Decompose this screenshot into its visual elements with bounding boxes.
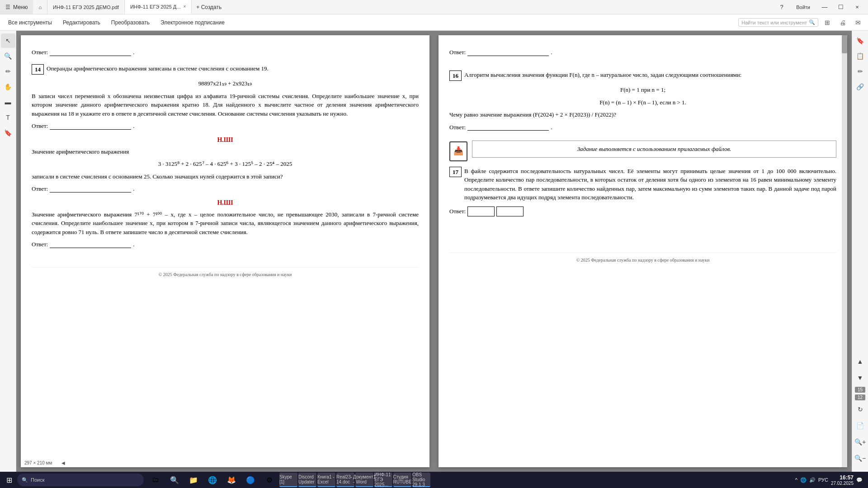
login-button[interactable]: Войти xyxy=(792,3,815,12)
taskbar-app-obs[interactable]: OBS Studio 29.1.3 xyxy=(412,473,430,487)
task14-answer-line: Ответ: . xyxy=(32,122,419,131)
task14-body: Операнды арифметического выражения запис… xyxy=(47,64,419,73)
taskbar-caret-icon[interactable]: ^ xyxy=(795,477,797,483)
taskbar-app-ie[interactable]: 🔵 xyxy=(241,473,259,487)
prev-answer-line: Ответ: . xyxy=(32,48,419,57)
close-button[interactable]: × xyxy=(851,1,863,14)
taskbar-app-explorer[interactable]: 🗂 xyxy=(146,473,165,487)
task17-row: 17 В файле содержится последовательность… xyxy=(449,167,836,202)
pdf-right-page[interactable]: Ответ: . 16 Алгоритм вычисления значения… xyxy=(439,35,847,467)
tab2-close-button[interactable]: × xyxy=(183,4,186,9)
zoom-out-icon[interactable]: 🔍− xyxy=(853,451,868,465)
menu-label: Меню xyxy=(13,4,28,10)
hand-tool[interactable]: ✋ xyxy=(1,80,15,94)
zoom-in-icon[interactable]: 🔍+ xyxy=(853,435,868,449)
taskbar-notification-icon[interactable]: 💬 xyxy=(856,477,863,483)
right-scrollbar-track[interactable] xyxy=(842,35,847,467)
taskbar-app-files[interactable]: 📁 xyxy=(184,473,203,487)
scroll-left-indicator[interactable]: ◀ xyxy=(61,460,65,465)
task14-expr: 98897x21₁₉ + 2x923₁₉ xyxy=(32,79,419,88)
edit-button[interactable]: Редактировать xyxy=(58,18,105,28)
zoom-tool[interactable]: 🔍 xyxy=(1,49,15,63)
taskbar-app-excel[interactable]: Книга1 - Excel xyxy=(317,473,335,487)
search-icon: 🔍 xyxy=(809,19,815,25)
ni1-answer-input[interactable] xyxy=(50,185,131,192)
ni1-answer-line: Ответ: . xyxy=(32,184,419,193)
bookmark-icon[interactable]: 🔖 xyxy=(853,33,868,48)
task17-answer-input2[interactable] xyxy=(496,206,524,216)
taskbar-app-skype[interactable]: Skype [1] xyxy=(279,473,297,487)
page-badge-15: 15 xyxy=(855,387,865,393)
menu-button[interactable]: ☰ Меню xyxy=(0,0,33,14)
file-task-container: 📥 Задание выполняется с использованием п… xyxy=(449,141,836,162)
home-icon: ⌂ xyxy=(38,5,42,10)
ni1-expr: 3 · 3125⁸ + 2 · 625⁷ – 4 · 625⁶ + 3 · 12… xyxy=(32,160,419,169)
ni2-answer-label: Ответ: xyxy=(32,240,48,249)
ni2-answer-input[interactable] xyxy=(50,241,131,248)
highlight-tool[interactable]: ▬ xyxy=(1,95,15,109)
taskbar-app-word1[interactable]: Real23-14.doc xyxy=(336,473,354,487)
ni1-body: записали в системе счисления с основание… xyxy=(32,172,419,181)
taskbar-right: ^ 🌐 🔊 РУС 16:57 27.02.2025 💬 xyxy=(792,474,866,486)
task17-answer-label: Ответ: xyxy=(449,207,466,216)
minimize-button[interactable]: — xyxy=(818,1,831,14)
toolbar-icon1[interactable]: ⊞ xyxy=(821,16,834,29)
taskbar-volume-icon[interactable]: 🔊 xyxy=(809,477,816,483)
help-button[interactable]: ? xyxy=(775,1,788,14)
pen-tool[interactable]: ✏ xyxy=(1,64,15,79)
sign-button[interactable]: Электронное подписание xyxy=(156,18,229,28)
task16-answer-input[interactable] xyxy=(467,123,549,131)
pdf-left-page[interactable]: Ответ: . 14 Операнды арифметического выр… xyxy=(21,35,429,467)
taskbar-network-icon[interactable]: 🌐 xyxy=(800,477,807,483)
tab-home[interactable]: ⌂ xyxy=(33,0,47,14)
titlebar-right: ? Войти — ☐ × xyxy=(771,1,868,14)
right-scrollbar-thumb[interactable] xyxy=(842,35,847,53)
right-sidebar-bottom: ▲ ▼ 15 12 ↻ 📄 🔍+ 🔍− xyxy=(853,354,868,469)
taskbar-app-settings[interactable]: ⚙ xyxy=(260,473,278,487)
maximize-button[interactable]: ☐ xyxy=(835,1,847,14)
task14-answer-input[interactable] xyxy=(50,122,131,130)
taskbar-app-edge[interactable]: 🌐 xyxy=(203,473,222,487)
prev-answer-input[interactable] xyxy=(50,49,131,56)
task16-intro: Алгоритм вычисления значения функции F(n… xyxy=(464,70,836,80)
right-prev-answer-input[interactable] xyxy=(467,49,549,56)
start-button[interactable]: ⊞ xyxy=(2,473,16,487)
new-tab-button[interactable]: + Создать xyxy=(192,4,226,10)
task16-answer-line: Ответ: . xyxy=(449,123,836,132)
link-icon[interactable]: 🔗 xyxy=(853,80,868,94)
taskbar-app-word2[interactable]: Документ1 - Word xyxy=(355,473,373,487)
scroll-down-button[interactable]: ▼ xyxy=(853,371,868,385)
taskbar-app-firefox[interactable]: 🦊 xyxy=(222,473,241,487)
right-sidebar: 🔖 📋 ✏ 🔗 ▲ ▼ 15 12 ↻ 📄 🔍+ 🔍− xyxy=(852,31,868,472)
bookmark-tool[interactable]: 🔖 xyxy=(1,126,15,140)
page-badge-12: 12 xyxy=(855,394,865,400)
text-tool[interactable]: T xyxy=(1,110,15,125)
copy-page-icon[interactable]: 📄 xyxy=(853,418,868,433)
task14-text: Операнды арифметического выражения запис… xyxy=(47,65,269,72)
taskbar-app-search[interactable]: 🔍 xyxy=(165,473,184,487)
task17-answer-input1[interactable] xyxy=(467,206,495,216)
search-box[interactable]: Найти текст или инструмент 🔍 xyxy=(738,18,818,27)
taskbar-search[interactable]: 🔍 Поиск xyxy=(17,474,144,486)
task14-row: 14 Операнды арифметического выражения за… xyxy=(32,64,419,75)
cursor-tool[interactable]: ↖ xyxy=(1,33,15,48)
scroll-up-button[interactable]: ▲ xyxy=(853,354,868,369)
all-tools-button[interactable]: Все инструменты xyxy=(4,18,57,28)
file-task-label: Задание выполняется с использованием при… xyxy=(577,145,731,152)
toolbar-print-icon[interactable]: 🖨 xyxy=(836,16,849,29)
clipboard-icon[interactable]: 📋 xyxy=(853,49,868,63)
taskbar-clock: 16:57 27.02.2025 xyxy=(831,474,854,486)
refresh-icon[interactable]: ↻ xyxy=(853,402,868,417)
taskbar-lang-indicator[interactable]: РУС xyxy=(818,477,828,483)
convert-button[interactable]: Преобразовать xyxy=(107,18,154,28)
pen-icon[interactable]: ✏ xyxy=(853,64,868,79)
tab-pdf1[interactable]: ИНФ-11 ЕГЭ 2025 ДЕМО.pdf xyxy=(47,0,125,14)
ni2-answer-line: Ответ: . xyxy=(32,240,419,249)
tab-pdf2[interactable]: ИНФ-11 ЕГЭ 2025 Д... × xyxy=(125,0,192,14)
prev-answer-label: Ответ: xyxy=(32,48,48,57)
toolbar-mail-icon[interactable]: ✉ xyxy=(852,16,864,29)
taskbar-app-inf11[interactable]: ИНФ-11 ЕГЭ 2025... xyxy=(374,473,392,487)
taskbar-app-discord[interactable]: Discord Updater xyxy=(298,473,316,487)
task17-text: В файле содержится последовательность на… xyxy=(464,168,836,201)
taskbar-app-studio[interactable]: Студия RUTUBE xyxy=(393,473,411,487)
